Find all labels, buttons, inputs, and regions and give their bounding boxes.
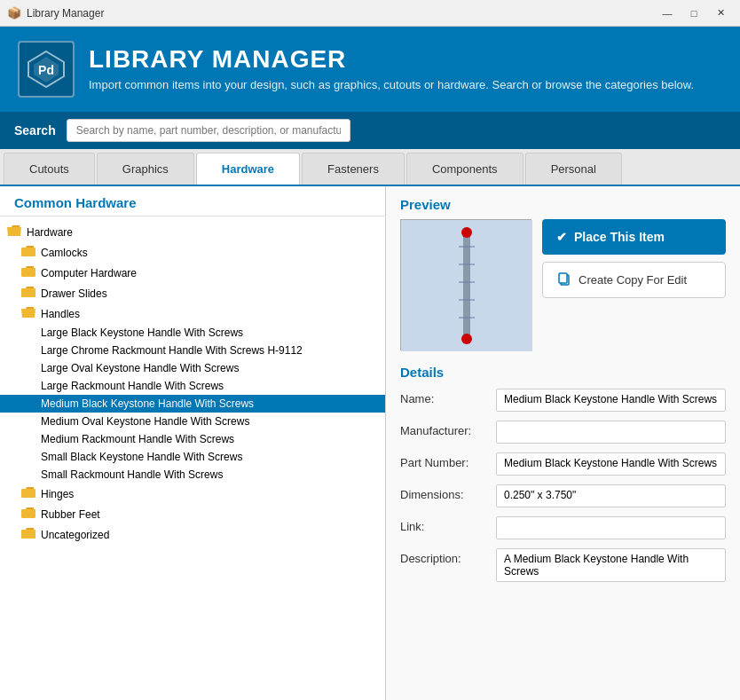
folder-icon [21, 486, 35, 501]
create-copy-button[interactable]: Create Copy For Edit [542, 262, 726, 298]
detail-row-link: Link: [400, 516, 726, 539]
link-value [496, 516, 726, 539]
search-label: Search [14, 123, 56, 138]
tree-item[interactable]: Medium Oval Keystone Handle With Screws [0, 413, 385, 430]
tree-item[interactable]: Large Rackmount Handle With Screws [0, 377, 385, 395]
tree-item-label: Drawer Slides [41, 287, 107, 300]
tab-components[interactable]: Components [406, 153, 524, 185]
svg-rect-8 [21, 530, 35, 539]
tree-item-label: Large Oval Keystone Handle With Screws [41, 362, 239, 374]
search-input[interactable] [67, 119, 350, 142]
detail-row-part-number: Part Number: Medium Black Keystone Handl… [400, 452, 726, 476]
titlebar-title: Library Manager [27, 7, 655, 20]
app-title: LIBRARY MANAGER [89, 45, 694, 74]
tree-item-label: Medium Rackmount Handle With Screws [41, 433, 234, 445]
folder-icon [21, 507, 35, 522]
tab-bar: CutoutsGraphicsHardwareFastenersComponen… [0, 149, 740, 186]
tree-item[interactable]: Handles [0, 303, 385, 324]
folder-icon [7, 224, 21, 240]
tree-item[interactable]: Uncategorized [0, 524, 385, 545]
header-text: LIBRARY MANAGER Import common items into… [89, 45, 694, 93]
main-content: Common Hardware HardwareCamlocksComputer… [0, 186, 740, 700]
tree-item[interactable]: Rubber Feet [0, 504, 385, 524]
tab-cutouts[interactable]: Cutouts [4, 153, 95, 185]
svg-rect-6 [21, 489, 35, 498]
tree-item-label: Rubber Feet [41, 508, 100, 521]
tree-item-label: Small Black Keystone Handle With Screws [41, 451, 242, 463]
dimensions-value: 0.250" x 3.750" [496, 484, 726, 507]
tree-item[interactable]: Medium Black Keystone Handle With Screws [0, 395, 385, 413]
header: Pd LIBRARY MANAGER Import common items i… [0, 27, 740, 112]
tree-item-label: Camlocks [41, 247, 88, 259]
tree-item[interactable]: Large Oval Keystone Handle With Screws [0, 359, 385, 377]
tree-item[interactable]: Large Black Keystone Handle With Screws [0, 324, 385, 342]
svg-point-11 [461, 227, 472, 238]
detail-row-name: Name: Medium Black Keystone Handle With … [400, 389, 726, 412]
preview-area: ✔ Place This Item Create Copy For Edit [400, 219, 726, 350]
tree-item[interactable]: Camlocks [0, 242, 385, 263]
tree-item-label: Large Black Keystone Handle With Screws [41, 326, 243, 339]
tab-hardware[interactable]: Hardware [196, 153, 300, 185]
svg-rect-7 [21, 509, 35, 518]
tree-item[interactable]: Hinges [0, 484, 385, 504]
search-bar: Search [0, 112, 740, 149]
detail-row-manufacturer: Manufacturer: [400, 421, 726, 444]
tree-item-label: Hinges [41, 488, 74, 500]
window-controls: — □ ✕ [655, 4, 733, 22]
titlebar: 📦 Library Manager — □ ✕ [0, 0, 740, 27]
description-label: Description: [400, 548, 489, 565]
minimize-button[interactable]: — [655, 4, 680, 22]
tree-item[interactable]: Hardware [0, 222, 385, 242]
tree-item[interactable]: Small Rackmount Handle With Screws [0, 466, 385, 484]
tab-fasteners[interactable]: Fasteners [302, 153, 405, 185]
svg-rect-10 [463, 229, 470, 342]
app-subtitle: Import common items into your design, su… [89, 77, 694, 93]
tree-item-label: Large Rackmount Handle With Screws [41, 380, 224, 392]
right-panel: Preview [386, 186, 740, 700]
tree-container[interactable]: HardwareCamlocksComputer HardwareDrawer … [0, 216, 385, 700]
checkmark-icon: ✔ [556, 230, 567, 244]
tree-item[interactable]: Medium Rackmount Handle With Screws [0, 430, 385, 448]
svg-rect-5 [21, 288, 35, 297]
folder-icon [21, 286, 35, 301]
place-item-button[interactable]: ✔ Place This Item [542, 219, 726, 255]
manufacturer-value [496, 421, 726, 444]
svg-point-12 [461, 334, 472, 344]
close-button[interactable]: ✕ [708, 4, 733, 22]
folder-icon [21, 306, 35, 321]
tree-item[interactable]: Computer Hardware [0, 263, 385, 283]
preview-image [400, 219, 531, 350]
preview-buttons: ✔ Place This Item Create Copy For Edit [542, 219, 726, 350]
name-value: Medium Black Keystone Handle With Screws [496, 389, 726, 412]
left-panel: Common Hardware HardwareCamlocksComputer… [0, 186, 386, 700]
svg-rect-19 [559, 273, 567, 283]
copy-icon [557, 271, 571, 288]
dimensions-label: Dimensions: [400, 484, 489, 501]
folder-icon [21, 245, 35, 260]
folder-icon [21, 527, 35, 542]
svg-rect-3 [21, 248, 35, 256]
app-logo: Pd [18, 41, 75, 98]
maximize-button[interactable]: □ [681, 4, 706, 22]
tree-item-label: Handles [41, 308, 80, 320]
app-icon: 📦 [7, 6, 21, 20]
tree-item-label: Hardware [27, 226, 73, 239]
left-panel-title: Common Hardware [0, 186, 385, 216]
tree-item-label: Medium Black Keystone Handle With Screws [41, 397, 254, 410]
tab-graphics[interactable]: Graphics [97, 153, 194, 185]
tree-item-label: Uncategorized [41, 529, 109, 541]
tree-item[interactable]: Drawer Slides [0, 283, 385, 303]
tree-item[interactable]: Large Chrome Rackmount Handle With Screw… [0, 342, 385, 359]
part-number-value: Medium Black Keystone Handle With Screws [496, 452, 726, 476]
svg-text:Pd: Pd [38, 63, 54, 77]
preview-title: Preview [400, 197, 726, 212]
description-value: A Medium Black Keystone Handle With Scre… [496, 548, 726, 582]
svg-rect-4 [21, 268, 35, 277]
name-label: Name: [400, 389, 489, 405]
detail-row-dimensions: Dimensions: 0.250" x 3.750" [400, 484, 726, 507]
link-label: Link: [400, 516, 489, 533]
tree-item-label: Small Rackmount Handle With Screws [41, 468, 223, 481]
details-title: Details [400, 365, 726, 380]
tab-personal[interactable]: Personal [525, 153, 622, 185]
tree-item[interactable]: Small Black Keystone Handle With Screws [0, 448, 385, 466]
